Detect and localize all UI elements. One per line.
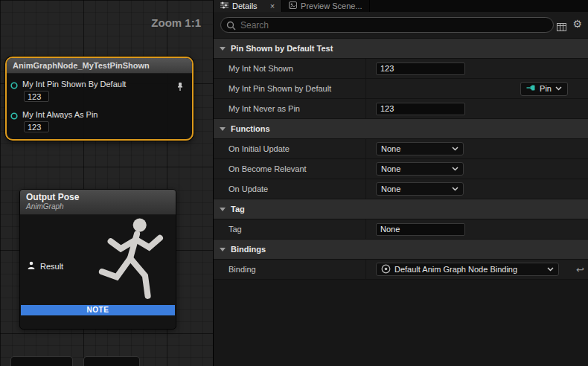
partial-node[interactable] [83,356,140,366]
node-title[interactable]: AnimGraphNode_MyTestPinShown [7,58,192,74]
partial-node[interactable] [10,356,73,366]
details-tab-icon [220,1,229,10]
binding-dropdown[interactable]: Default Anim Graph Node Binding [376,263,559,276]
property-label: On Initial Update [214,139,366,158]
chevron-down-icon [555,86,562,91]
section-header-tag[interactable]: Tag [214,199,588,219]
property-label: Tag [214,219,366,239]
tab-bar: Details × Preview Scene... [214,0,588,12]
row-on-become-relevant: On Become Relevant None [214,159,588,179]
row-my-int-never-as-pin: My Int Never as Pin [214,99,588,119]
tab-preview-scene[interactable]: Preview Scene... [282,0,370,12]
section-header-functions[interactable]: Functions [214,119,588,139]
pin-icon[interactable] [176,81,184,94]
my-int-never-as-pin-input[interactable] [376,103,465,115]
property-label: My Int Not Shown [214,59,366,78]
dropdown-value: None [381,164,400,173]
search-row: ⚙ [214,12,588,39]
node-pin-row: My Int Always As Pin [7,109,192,139]
search-input[interactable] [220,17,554,33]
node-title: Output Pose [26,192,170,202]
chevron-down-icon [220,248,226,251]
node-pin-row: My Int Pin Shown By Default [7,74,192,109]
dropdown-value: Pin [540,84,552,93]
result-pin[interactable]: Result [27,261,63,272]
dropdown-value: Default Anim Graph Node Binding [394,265,517,274]
tab-details[interactable]: Details × [214,0,282,12]
result-pin-label: Result [40,262,63,271]
chevron-down-icon [452,187,458,191]
chevron-down-icon [220,47,226,51]
row-my-int-not-shown: My Int Not Shown [214,59,588,79]
chevron-down-icon [452,167,458,171]
chevron-down-icon [220,127,226,131]
tab-label: Preview Scene... [301,1,362,10]
property-label: On Update [214,179,366,199]
row-tag: Tag [214,219,588,240]
dropdown-value: None [381,184,400,193]
pin-label: My Int Pin Shown By Default [22,80,126,89]
tag-input[interactable] [376,223,465,236]
close-icon[interactable]: × [270,2,275,10]
section-header-pin-test[interactable]: Pin Shown by Default Test [214,39,588,59]
details-content: Pin Shown by Default Test My Int Not Sho… [214,39,588,280]
details-panel: Details × Preview Scene... ⚙ Pin Shown b… [213,0,588,366]
property-label: Binding [214,260,366,279]
output-pose-node[interactable]: Output Pose AnimGraph Result NO [19,189,176,330]
graph-canvas[interactable]: Zoom 1:1 AnimGraphNode_MyTestPinShown My… [0,0,213,366]
on-become-relevant-dropdown[interactable]: None [376,162,464,176]
row-on-initial-update: On Initial Update None [214,139,588,159]
row-on-update: On Update None [214,179,588,199]
note-bar[interactable]: NOTE [21,305,175,315]
search-icon [226,20,236,33]
tab-label: Details [232,1,258,10]
anim-graph-node[interactable]: AnimGraphNode_MyTestPinShown My Int Pin … [5,57,194,141]
preview-scene-tab-icon [289,1,297,10]
on-update-dropdown[interactable]: None [376,182,464,196]
chevron-down-icon [547,267,554,272]
output-pose-body: Result NOTE [20,215,176,316]
int-pin-icon[interactable] [10,80,19,93]
settings-gear-icon[interactable]: ⚙ [572,19,582,29]
property-label: My Int Never as Pin [214,99,366,118]
property-label: On Become Relevant [214,159,366,179]
output-pose-header[interactable]: Output Pose AnimGraph [20,190,176,215]
int-pin-icon[interactable] [10,110,19,123]
pin-label: My Int Always As Pin [22,110,98,119]
row-my-int-pin-shown-by-default: My Int Pin Shown by Default Pin [214,79,588,99]
mannequin-image [86,215,174,316]
property-matrix-icon[interactable] [557,21,566,34]
pin-mode-dropdown[interactable]: Pin [520,82,568,96]
zoom-indicator: Zoom 1:1 [151,16,201,29]
property-label: My Int Pin Shown by Default [214,79,366,98]
pin-value-input[interactable] [24,121,49,132]
section-header-bindings[interactable]: Bindings [214,240,588,260]
on-initial-update-dropdown[interactable]: None [376,142,464,155]
binding-class-icon [381,264,391,275]
chevron-down-icon [220,208,226,211]
pose-pin-icon[interactable] [27,261,36,272]
chevron-down-icon [452,147,458,151]
reset-to-default-icon[interactable]: ↩ [576,264,584,275]
row-binding: Binding Default Anim Graph Node Binding … [214,260,588,280]
node-subtitle: AnimGraph [26,202,170,211]
pushpin-icon [526,84,536,93]
my-int-not-shown-input[interactable] [376,62,465,75]
dropdown-value: None [381,144,400,153]
pin-value-input[interactable] [24,91,49,102]
